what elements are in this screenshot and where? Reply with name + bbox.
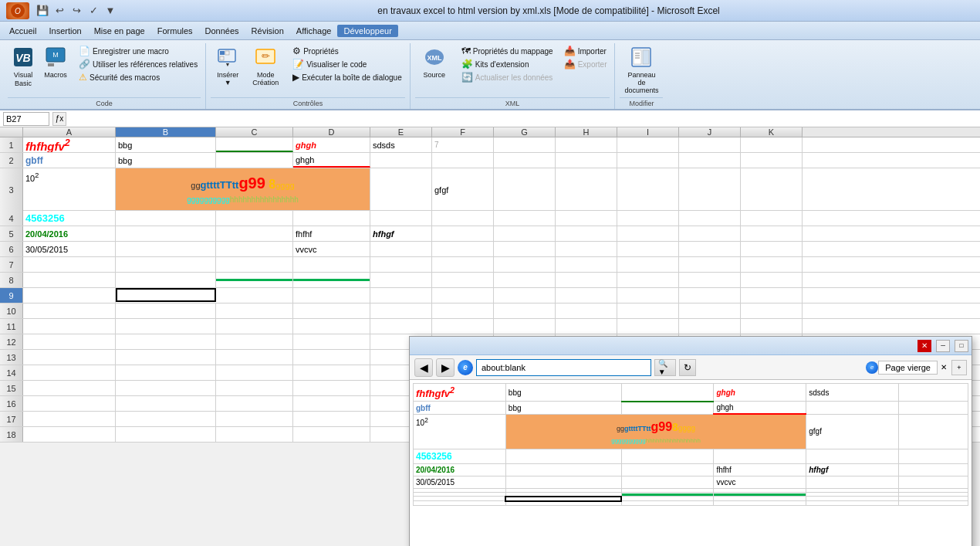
cell-a13[interactable] xyxy=(23,350,116,365)
cell-i9[interactable] xyxy=(617,288,679,303)
cell-f6[interactable] xyxy=(432,242,494,256)
cell-a10[interactable] xyxy=(23,304,116,318)
page-vierge-tab[interactable]: Page vierge xyxy=(878,361,938,375)
cell-a3[interactable]: 102 xyxy=(23,168,116,211)
cell-b2[interactable]: bbg xyxy=(116,153,216,168)
cell-c10[interactable] xyxy=(216,304,293,318)
cell-d2[interactable]: ghgh xyxy=(293,153,370,168)
cell-reference-input[interactable] xyxy=(3,112,49,126)
row-num-15[interactable]: 15 xyxy=(0,381,23,395)
menu-donnees[interactable]: Données xyxy=(199,25,245,37)
mini-cell-d5[interactable]: fhfhf xyxy=(714,463,806,476)
browser-forward-button[interactable]: ▶ xyxy=(436,358,455,377)
col-header-i[interactable]: I xyxy=(617,127,679,137)
row-num-9[interactable]: 9 xyxy=(0,288,23,303)
mini-cell-d2[interactable]: ghgh xyxy=(714,402,806,415)
inserer-button[interactable]: ▼ Insérer▼ xyxy=(211,45,245,88)
mini-cell-f5[interactable] xyxy=(899,463,968,476)
cell-c5[interactable] xyxy=(216,226,293,241)
mini-cell-e1[interactable]: sdsds xyxy=(806,384,899,402)
cell-a15[interactable] xyxy=(23,381,116,395)
cell-c14[interactable] xyxy=(216,365,293,380)
redo-button[interactable]: ↪ xyxy=(69,4,83,18)
mini-cell-a3[interactable]: 102 xyxy=(414,414,506,449)
mini-cell-a6[interactable]: 30/05/2015 xyxy=(414,476,506,488)
row-num-4[interactable]: 4 xyxy=(0,211,23,226)
cell-f1[interactable]: 7 xyxy=(432,137,494,152)
cell-k5[interactable] xyxy=(741,226,803,241)
cell-h11[interactable] xyxy=(556,319,617,334)
cell-d7[interactable] xyxy=(293,257,370,272)
cell-b13[interactable] xyxy=(116,350,216,365)
cell-j7[interactable] xyxy=(679,257,741,272)
cell-g1[interactable] xyxy=(494,137,556,152)
menu-formules[interactable]: Formules xyxy=(151,25,199,37)
cell-b10[interactable] xyxy=(116,304,216,318)
row-num-11[interactable]: 11 xyxy=(0,319,23,334)
mini-cell-f1[interactable] xyxy=(899,384,968,402)
actualiser-donnees-button[interactable]: 🔄 Actualiser les données xyxy=(458,71,556,83)
cell-d9[interactable] xyxy=(293,288,370,303)
cell-d12[interactable] xyxy=(293,334,370,349)
mini-cell-a4[interactable]: 4563256 xyxy=(414,449,506,463)
executer-boite-button[interactable]: ▶ Exécuter la boîte de dialogue xyxy=(289,71,405,83)
cell-i8[interactable] xyxy=(617,273,679,287)
cell-f4[interactable] xyxy=(432,211,494,226)
dropdown-button[interactable]: ▼ xyxy=(103,4,117,18)
address-search-button[interactable]: 🔍▼ xyxy=(654,359,676,376)
cell-d13[interactable] xyxy=(293,350,370,365)
cell-g11[interactable] xyxy=(494,319,556,334)
row-num-6[interactable]: 6 xyxy=(0,242,23,256)
menu-affichage[interactable]: Affichage xyxy=(290,25,338,37)
mini-cell-d6[interactable]: vvcvc xyxy=(714,476,806,488)
source-button[interactable]: XML Source xyxy=(415,45,454,80)
cell-c7[interactable] xyxy=(216,257,293,272)
cell-c13[interactable] xyxy=(216,350,293,365)
cell-d14[interactable] xyxy=(293,365,370,380)
cell-f11[interactable] xyxy=(432,319,494,334)
row-num-5[interactable]: 5 xyxy=(0,226,23,241)
mini-cell-e10[interactable] xyxy=(806,501,899,506)
mini-cell-b10[interactable] xyxy=(505,501,621,506)
cell-c4[interactable] xyxy=(216,211,293,226)
cell-i11[interactable] xyxy=(617,319,679,334)
cell-i4[interactable] xyxy=(617,211,679,226)
mini-cell-a2[interactable]: gbff xyxy=(414,402,506,415)
mini-cell-d10[interactable] xyxy=(714,501,806,506)
col-header-j[interactable]: J xyxy=(679,127,741,137)
cell-e2[interactable] xyxy=(370,153,432,168)
cell-g7[interactable] xyxy=(494,257,556,272)
cell-k6[interactable] xyxy=(741,242,803,256)
cell-h7[interactable] xyxy=(556,257,617,272)
cell-d18[interactable] xyxy=(293,427,370,442)
cell-e6[interactable] xyxy=(370,242,432,256)
select-all-button[interactable] xyxy=(0,127,23,137)
cell-k11[interactable] xyxy=(741,319,803,334)
cell-i7[interactable] xyxy=(617,257,679,272)
cell-d17[interactable] xyxy=(293,412,370,426)
mini-cell-d1[interactable]: ghgh xyxy=(714,384,806,402)
mini-cell-b6[interactable] xyxy=(505,476,621,488)
cell-d8[interactable] xyxy=(293,273,370,287)
cell-b12[interactable] xyxy=(116,334,216,349)
menu-revision[interactable]: Révision xyxy=(245,25,290,37)
cell-c12[interactable] xyxy=(216,334,293,349)
cell-h10[interactable] xyxy=(556,304,617,318)
cell-k8[interactable] xyxy=(741,273,803,287)
panneau-documents-button[interactable]: Panneau dedocuments xyxy=(620,45,663,96)
macros-button[interactable]: M Macros xyxy=(40,45,71,90)
cell-a5[interactable]: 20/04/2016 xyxy=(23,226,116,241)
mini-cell-c1[interactable] xyxy=(621,384,714,402)
cell-d4[interactable] xyxy=(293,211,370,226)
mini-cell-f6[interactable] xyxy=(899,476,968,488)
cell-d10[interactable] xyxy=(293,304,370,318)
cell-j3[interactable] xyxy=(679,168,741,211)
cell-j5[interactable] xyxy=(679,226,741,241)
cell-h5[interactable] xyxy=(556,226,617,241)
cell-a17[interactable] xyxy=(23,412,116,426)
cell-b15[interactable] xyxy=(116,381,216,395)
cell-c6[interactable] xyxy=(216,242,293,256)
proprietes-mappage-button[interactable]: 🗺 Propriétés du mappage xyxy=(458,45,556,57)
cell-f7[interactable] xyxy=(432,257,494,272)
cell-k1[interactable] xyxy=(741,137,803,152)
